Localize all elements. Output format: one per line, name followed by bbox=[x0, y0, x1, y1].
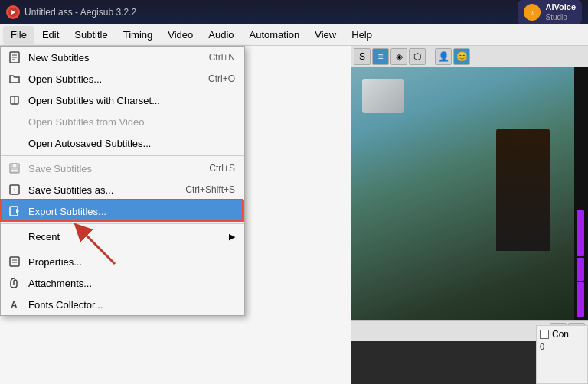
video-content bbox=[351, 67, 588, 320]
app-icon bbox=[6, 5, 20, 19]
open-subtitles-icon bbox=[7, 71, 22, 86]
menu-save-subtitles: Save Subtitles Ctrl+S bbox=[1, 158, 244, 179]
open-charset-label: Open Subtitles with Charset... bbox=[28, 95, 160, 106]
svg-text:♪: ♪ bbox=[531, 9, 534, 17]
attachments-icon bbox=[7, 275, 22, 291]
menu-recent[interactable]: Recent ▶ bbox=[1, 226, 244, 247]
open-subtitles-shortcut: Ctrl+O bbox=[208, 73, 235, 84]
aivoice-badge: ♪ AIVoice Studio bbox=[518, 0, 582, 24]
properties-icon bbox=[7, 254, 22, 269]
video-object-1 bbox=[362, 79, 404, 113]
save-as-icon: + bbox=[7, 182, 22, 197]
wave-bar-3 bbox=[577, 282, 584, 317]
save-as-label: Save Subtitles as... bbox=[28, 184, 113, 196]
toolbar-btn-2[interactable]: ≡ bbox=[372, 48, 389, 65]
menu-save-as[interactable]: + Save Subtitles as... Ctrl+Shift+S bbox=[1, 179, 244, 200]
menu-open-subtitles[interactable]: Open Subtitles... Ctrl+O bbox=[1, 68, 244, 89]
save-subtitles-icon bbox=[7, 161, 22, 176]
svg-rect-12 bbox=[11, 169, 18, 172]
menu-bar: File Edit Subtitle Timing Video Audio Au… bbox=[0, 24, 588, 46]
recent-arrow-icon: ▶ bbox=[229, 232, 235, 242]
title-left-section: Untitled.ass - Aegisub 3.2.2 bbox=[6, 5, 136, 19]
con-value: 0 bbox=[540, 342, 584, 351]
svg-rect-17 bbox=[10, 257, 19, 266]
svg-text:+: + bbox=[13, 187, 17, 194]
file-dropdown-menu: New Subtitles Ctrl+N Open Subtitles... C… bbox=[0, 46, 245, 316]
toolbar-btn-4[interactable]: ⬡ bbox=[409, 48, 426, 65]
open-charset-icon bbox=[7, 93, 22, 108]
save-subtitles-label: Save Subtitles bbox=[28, 163, 92, 174]
separator-1 bbox=[1, 155, 244, 156]
fonts-collector-label: Fonts Collector... bbox=[28, 299, 103, 311]
con-area: Con 0 bbox=[536, 325, 588, 384]
new-subtitles-shortcut: Ctrl+N bbox=[209, 52, 235, 63]
menu-open-autosaved[interactable]: Open Autosaved Subtitles... bbox=[1, 132, 244, 154]
export-subtitles-label: Export Subtitles... bbox=[28, 206, 106, 217]
toolbar-btn-6[interactable]: 😊 bbox=[453, 48, 470, 65]
svg-rect-10 bbox=[10, 164, 19, 173]
menu-open-from-video: Open Subtitles from Video bbox=[1, 111, 244, 132]
menu-item-edit[interactable]: Edit bbox=[34, 26, 67, 44]
recent-label: Recent bbox=[28, 231, 60, 242]
video-figure bbox=[496, 129, 550, 251]
menu-item-view[interactable]: View bbox=[307, 26, 344, 44]
open-autosaved-label: Open Autosaved Subtitles... bbox=[28, 138, 151, 149]
attachments-label: Attachments... bbox=[28, 278, 92, 289]
new-subtitles-icon bbox=[7, 50, 22, 65]
window-title: Untitled.ass - Aegisub 3.2.2 bbox=[24, 7, 136, 18]
aivoice-label: AIVoice Studio bbox=[545, 2, 576, 21]
separator-3 bbox=[1, 249, 244, 249]
menu-item-audio[interactable]: Audio bbox=[201, 26, 241, 44]
menu-attachments[interactable]: Attachments... bbox=[1, 272, 244, 294]
save-as-shortcut: Ctrl+Shift+S bbox=[185, 184, 235, 195]
menu-item-help[interactable]: Help bbox=[344, 26, 380, 44]
con-checkbox[interactable] bbox=[540, 330, 549, 339]
title-bar: Untitled.ass - Aegisub 3.2.2 ♪ AIVoice S… bbox=[0, 0, 588, 24]
menu-item-file[interactable]: File bbox=[3, 26, 34, 44]
menu-item-timing[interactable]: Timing bbox=[116, 26, 161, 44]
menu-fonts-collector[interactable]: A Fonts Collector... bbox=[1, 294, 244, 315]
main-area: New Subtitles Ctrl+N Open Subtitles... C… bbox=[0, 46, 588, 384]
menu-open-charset[interactable]: Open Subtitles with Charset... bbox=[1, 89, 244, 111]
wave-bar-2 bbox=[577, 258, 584, 281]
menu-item-subtitle[interactable]: Subtitle bbox=[67, 26, 115, 44]
video-scene bbox=[351, 67, 588, 320]
open-subtitles-label: Open Subtitles... bbox=[28, 73, 102, 85]
toolbar-btn-3[interactable]: ◈ bbox=[390, 48, 407, 65]
menu-item-automation[interactable]: Automation bbox=[242, 26, 308, 44]
con-label: Con bbox=[552, 329, 569, 340]
menu-properties[interactable]: Properties... bbox=[1, 251, 244, 272]
toolbar-btn-5[interactable]: 👤 bbox=[435, 48, 452, 65]
separator-2 bbox=[1, 223, 244, 224]
svg-text:A: A bbox=[11, 300, 18, 311]
menu-export-subtitles[interactable]: Export Subtitles... bbox=[1, 200, 244, 222]
open-from-video-label: Open Subtitles from Video bbox=[28, 116, 145, 128]
export-icon bbox=[7, 203, 22, 219]
properties-label: Properties... bbox=[28, 256, 82, 268]
wave-bar-1 bbox=[577, 210, 584, 256]
new-subtitles-label: New Subtitles bbox=[28, 52, 89, 63]
menu-item-video[interactable]: Video bbox=[160, 26, 201, 44]
toolbar-btn-1[interactable]: S bbox=[354, 48, 371, 65]
fonts-icon: A bbox=[7, 297, 22, 312]
save-shortcut: Ctrl+S bbox=[209, 163, 235, 174]
con-row: Con bbox=[540, 329, 584, 340]
aivoice-logo: ♪ bbox=[524, 4, 541, 21]
menu-new-subtitles[interactable]: New Subtitles Ctrl+N bbox=[1, 47, 244, 68]
video-panel: S ≡ ◈ ⬡ 👤 😊 bbox=[351, 46, 588, 384]
